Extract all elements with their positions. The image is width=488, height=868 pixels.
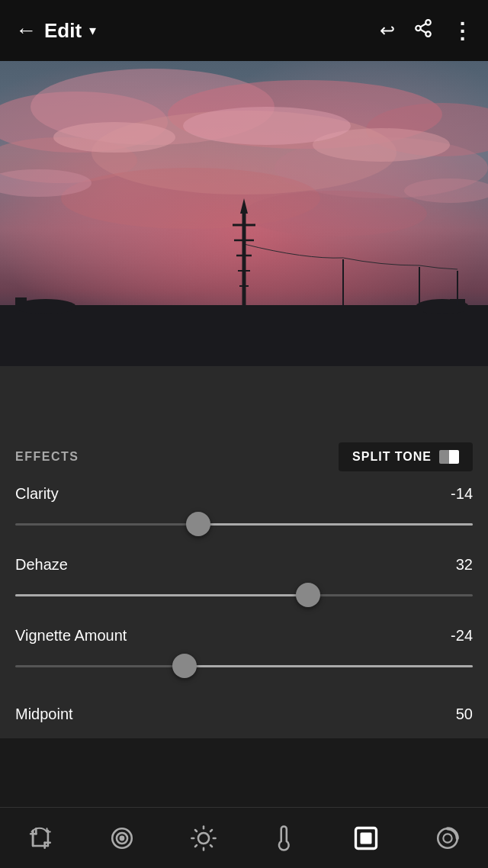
vignette-thumb[interactable] bbox=[172, 654, 197, 678]
svg-point-17 bbox=[244, 191, 427, 236]
crop-tool-button[interactable] bbox=[18, 815, 63, 861]
photo-sky bbox=[0, 61, 488, 366]
top-bar-left: ← Edit ▾ bbox=[15, 18, 96, 43]
svg-point-57 bbox=[443, 834, 451, 842]
color-tool-button[interactable] bbox=[262, 815, 307, 861]
svg-point-45 bbox=[198, 832, 209, 843]
clarity-slider-row: Clarity -14 bbox=[15, 485, 473, 538]
crop-icon bbox=[27, 825, 53, 851]
sky-svg bbox=[0, 61, 488, 366]
clarity-fill bbox=[198, 523, 473, 526]
edit-title: Edit bbox=[44, 19, 82, 43]
svg-line-48 bbox=[195, 829, 197, 831]
vignette-slider[interactable] bbox=[15, 652, 473, 680]
panel-header: EFFECTS SPLIT TONE bbox=[15, 427, 473, 485]
svg-line-4 bbox=[420, 24, 425, 27]
effects-panel: EFFECTS SPLIT TONE Clarity -14 Dehaze 32 bbox=[0, 427, 488, 738]
midpoint-label: Midpoint bbox=[15, 706, 73, 723]
split-tone-icon bbox=[439, 450, 459, 464]
midpoint-value: 50 bbox=[456, 706, 473, 723]
clarity-label: Clarity bbox=[15, 485, 59, 503]
svg-line-49 bbox=[210, 845, 212, 847]
dehaze-fill bbox=[15, 594, 308, 596]
clarity-track bbox=[15, 523, 473, 526]
color-icon bbox=[271, 825, 297, 851]
effects-tool-button[interactable] bbox=[343, 815, 389, 861]
detail-icon bbox=[435, 825, 461, 851]
svg-point-44 bbox=[120, 836, 124, 839]
undo-button[interactable]: ↩ bbox=[380, 20, 395, 41]
svg-point-20 bbox=[183, 107, 351, 145]
svg-rect-55 bbox=[360, 832, 371, 844]
clarity-thumb[interactable] bbox=[186, 512, 210, 536]
light-tool-button[interactable] bbox=[181, 815, 226, 861]
svg-point-18 bbox=[53, 122, 175, 153]
svg-rect-26 bbox=[15, 297, 27, 309]
bottom-toolbar bbox=[0, 807, 488, 868]
vignette-slider-row: Vignette Amount -24 bbox=[15, 627, 473, 680]
dehaze-slider-row: Dehaze 32 bbox=[15, 556, 473, 609]
selective-tool-button[interactable] bbox=[99, 815, 145, 861]
back-button[interactable]: ← bbox=[15, 18, 37, 43]
light-icon bbox=[191, 825, 217, 851]
top-bar: ← Edit ▾ ↩ ⋮ bbox=[0, 0, 488, 61]
top-bar-right: ↩ ⋮ bbox=[380, 18, 473, 43]
clarity-label-row: Clarity -14 bbox=[15, 485, 473, 503]
effects-icon bbox=[352, 825, 380, 852]
dehaze-track bbox=[15, 594, 473, 596]
clarity-slider[interactable] bbox=[15, 510, 473, 538]
selective-icon bbox=[109, 825, 135, 851]
vignette-label-row: Vignette Amount -24 bbox=[15, 627, 473, 645]
more-options-button[interactable]: ⋮ bbox=[451, 18, 473, 43]
midpoint-row: Midpoint 50 bbox=[15, 698, 473, 723]
svg-line-3 bbox=[420, 30, 425, 33]
svg-line-53 bbox=[210, 829, 212, 831]
share-button[interactable] bbox=[413, 18, 433, 43]
vignette-fill bbox=[185, 665, 473, 667]
dehaze-label: Dehaze bbox=[15, 556, 68, 574]
effects-label: EFFECTS bbox=[15, 450, 79, 464]
photo-display bbox=[0, 61, 488, 366]
vignette-value: -24 bbox=[451, 627, 473, 645]
detail-tool-button[interactable] bbox=[425, 815, 470, 861]
dehaze-label-row: Dehaze 32 bbox=[15, 556, 473, 574]
vignette-track bbox=[15, 665, 473, 667]
split-tone-button[interactable]: SPLIT TONE bbox=[339, 442, 473, 471]
vignette-label: Vignette Amount bbox=[15, 627, 127, 645]
svg-line-52 bbox=[195, 845, 197, 847]
dehaze-slider[interactable] bbox=[15, 581, 473, 609]
share-icon bbox=[413, 18, 433, 38]
edit-dropdown-button[interactable]: ▾ bbox=[89, 22, 96, 39]
clarity-value: -14 bbox=[451, 485, 473, 503]
svg-rect-23 bbox=[0, 305, 488, 366]
photo-spacer bbox=[0, 366, 488, 427]
split-tone-label: SPLIT TONE bbox=[352, 450, 432, 464]
dehaze-thumb[interactable] bbox=[296, 583, 320, 607]
dehaze-value: 32 bbox=[456, 556, 473, 574]
